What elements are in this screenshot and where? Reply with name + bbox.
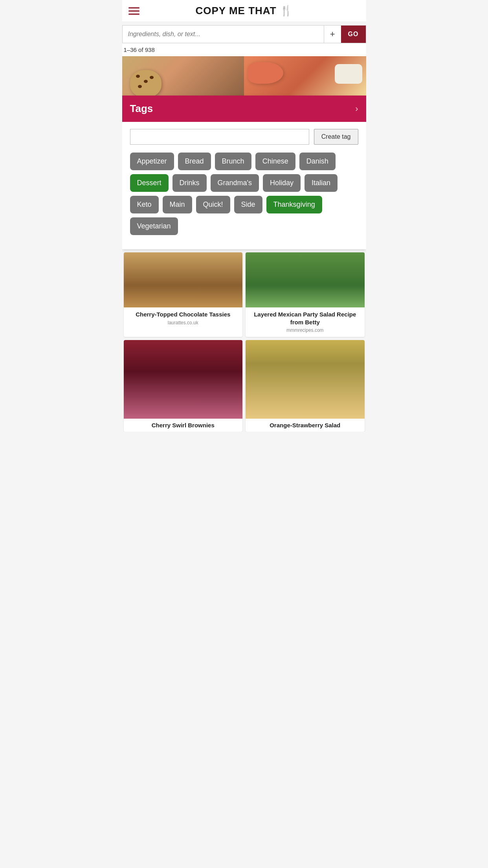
recipe-title: Cherry Swirl Brownies: [124, 419, 243, 432]
recipe-title: Cherry-Topped Chocolate Tassies: [124, 307, 243, 320]
tag-keto[interactable]: Keto: [130, 196, 159, 213]
tag-danish[interactable]: Danish: [299, 153, 336, 170]
search-go-button[interactable]: GO: [341, 26, 366, 43]
hamburger-line: [128, 10, 139, 11]
count-text: 1–36 of 938: [124, 46, 155, 53]
salmon-image: [248, 62, 283, 84]
recipe-image: [246, 252, 365, 307]
recipe-card[interactable]: Cherry-Topped Chocolate Tassies lauratte…: [124, 252, 243, 337]
recipe-card[interactable]: Orange-Strawberry Salad: [246, 340, 365, 432]
tags-panel: Tags › Create tag AppetizerBreadBrunchCh…: [122, 96, 366, 249]
tag-thanksgiving[interactable]: Thanksgiving: [266, 196, 322, 213]
recipe-source: laurattes.co.uk: [124, 320, 243, 329]
recipe-thumbnail-right[interactable]: [244, 56, 366, 99]
rice-image: [335, 64, 362, 84]
tag-brunch[interactable]: Brunch: [215, 153, 251, 170]
hamburger-line: [128, 13, 139, 15]
tag-italian[interactable]: Italian: [305, 174, 338, 192]
tag-vegetarian[interactable]: Vegetarian: [130, 217, 178, 235]
chip: [138, 85, 142, 88]
recipe-image: [124, 340, 243, 419]
tag-chinese[interactable]: Chinese: [255, 153, 295, 170]
tags-grid: AppetizerBreadBrunchChineseDanishDessert…: [122, 149, 366, 241]
fork-knife-icon: 🍴: [280, 5, 293, 17]
recipe-image: [246, 340, 365, 419]
tag-side[interactable]: Side: [234, 196, 262, 213]
tag-appetizer[interactable]: Appetizer: [130, 153, 174, 170]
tag-grandma-s[interactable]: Grandma's: [211, 174, 259, 192]
tag-main[interactable]: Main: [163, 196, 192, 213]
tags-close-button[interactable]: ›: [355, 104, 358, 114]
tag-create-row: Create tag: [122, 122, 366, 149]
chip: [136, 75, 140, 78]
logo: COPY ME THAT 🍴: [195, 5, 292, 17]
top-images-row: [122, 56, 366, 99]
tag-holiday[interactable]: Holiday: [263, 174, 301, 192]
new-tag-input[interactable]: [130, 129, 309, 145]
hamburger-menu[interactable]: [128, 7, 139, 15]
chip: [144, 80, 148, 83]
tag-bread[interactable]: Bread: [178, 153, 211, 170]
recipe-card[interactable]: Layered Mexican Party Salad Recipe from …: [246, 252, 365, 337]
recipe-thumbnail-left[interactable]: [122, 56, 244, 99]
tag-dessert[interactable]: Dessert: [130, 174, 169, 192]
bottom-recipes-grid: Cherry Swirl Brownies Orange-Strawberry …: [122, 340, 366, 432]
cookie-image: [130, 70, 161, 97]
logo-text: COPY ME THAT: [195, 5, 276, 17]
header: COPY ME THAT 🍴: [122, 0, 366, 22]
recipe-title: Layered Mexican Party Salad Recipe from …: [246, 307, 365, 327]
recipe-image: [124, 252, 243, 307]
plus-icon: +: [330, 29, 335, 39]
tag-drinks[interactable]: Drinks: [172, 174, 207, 192]
result-count: 1–36 of 938: [122, 43, 366, 56]
recipe-title: Orange-Strawberry Salad: [246, 419, 365, 432]
recipes-grid: Cherry-Topped Chocolate Tassies lauratte…: [122, 249, 366, 340]
search-input[interactable]: [123, 26, 324, 42]
recipe-card[interactable]: Cherry Swirl Brownies: [124, 340, 243, 432]
add-filter-button[interactable]: +: [324, 26, 341, 43]
hamburger-line: [128, 7, 139, 8]
chip: [150, 76, 154, 79]
tags-header: Tags ›: [122, 96, 366, 122]
create-tag-button[interactable]: Create tag: [314, 129, 358, 145]
tags-title: Tags: [130, 103, 153, 115]
tag-quick-[interactable]: Quick!: [196, 196, 230, 213]
recipe-source: mmmrecipes.com: [246, 327, 365, 337]
search-bar: + GO: [122, 25, 366, 43]
